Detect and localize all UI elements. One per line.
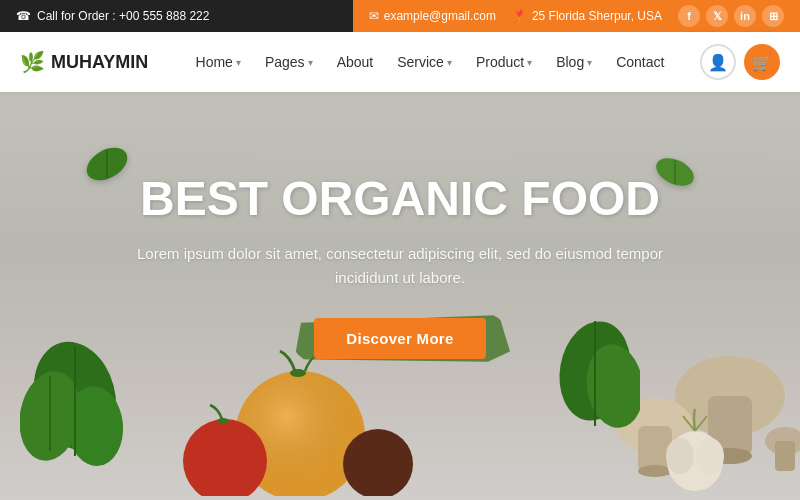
chevron-down-icon: ▾ [587, 57, 592, 68]
top-bar-right: ✉ example@gmail.com 📍 25 Florida Sherpur… [353, 0, 800, 32]
chevron-down-icon: ▾ [447, 57, 452, 68]
twitter-icon[interactable]: 𝕏 [706, 5, 728, 27]
svg-point-19 [290, 369, 306, 377]
nav-links: Home ▾ Pages ▾ About Service ▾ Product ▾… [160, 32, 700, 92]
nav-about[interactable]: About [327, 32, 384, 92]
nav-pages[interactable]: Pages ▾ [255, 32, 323, 92]
hero-subtitle: Lorem ipsum dolor sit amet, consectetur … [120, 242, 680, 290]
svg-point-21 [217, 418, 229, 424]
hero-content: BEST ORGANIC FOOD Lorem ipsum dolor sit … [100, 173, 700, 359]
svg-point-24 [666, 438, 694, 474]
chevron-down-icon: ▾ [527, 57, 532, 68]
logo-text: MUHAYMIN [51, 52, 148, 73]
chevron-down-icon: ▾ [308, 57, 313, 68]
social4-icon[interactable]: ⊞ [762, 5, 784, 27]
location-icon: 📍 [512, 9, 527, 23]
svg-point-25 [696, 438, 724, 474]
email-text: example@gmail.com [384, 9, 496, 23]
hero-section: BEST ORGANIC FOOD Lorem ipsum dolor sit … [0, 92, 800, 500]
linkedin-icon[interactable]: in [734, 5, 756, 27]
nav-blog[interactable]: Blog ▾ [546, 32, 602, 92]
top-bar-left: ☎ Call for Order : +00 555 888 222 [0, 9, 353, 23]
phone-text: Call for Order : +00 555 888 222 [37, 9, 209, 23]
nav-actions: 👤 🛒 [700, 44, 780, 80]
cart-button[interactable]: 🛒 [744, 44, 780, 80]
facebook-icon[interactable]: f [678, 5, 700, 27]
navbar: 🌿 MUHAYMIN Home ▾ Pages ▾ About Service … [0, 32, 800, 92]
logo[interactable]: 🌿 MUHAYMIN [20, 50, 160, 74]
svg-point-22 [343, 429, 413, 496]
nav-home[interactable]: Home ▾ [186, 32, 251, 92]
garlic [655, 401, 735, 495]
social-icons: f 𝕏 in ⊞ [678, 5, 784, 27]
top-bar: ☎ Call for Order : +00 555 888 222 ✉ exa… [0, 0, 800, 32]
user-button[interactable]: 👤 [700, 44, 736, 80]
cta-wrapper: Discover More [314, 318, 485, 359]
email-info: ✉ example@gmail.com [369, 9, 496, 23]
discover-more-button[interactable]: Discover More [314, 318, 485, 359]
hero-title: BEST ORGANIC FOOD [120, 173, 680, 226]
location-info: 📍 25 Florida Sherpur, USA [512, 9, 662, 23]
chevron-down-icon: ▾ [236, 57, 241, 68]
location-text: 25 Florida Sherpur, USA [532, 9, 662, 23]
nav-contact[interactable]: Contact [606, 32, 674, 92]
svg-rect-16 [775, 441, 795, 471]
phone-icon: ☎ [16, 9, 31, 23]
logo-icon: 🌿 [20, 50, 45, 74]
nav-service[interactable]: Service ▾ [387, 32, 462, 92]
email-icon: ✉ [369, 9, 379, 23]
nav-product[interactable]: Product ▾ [466, 32, 542, 92]
